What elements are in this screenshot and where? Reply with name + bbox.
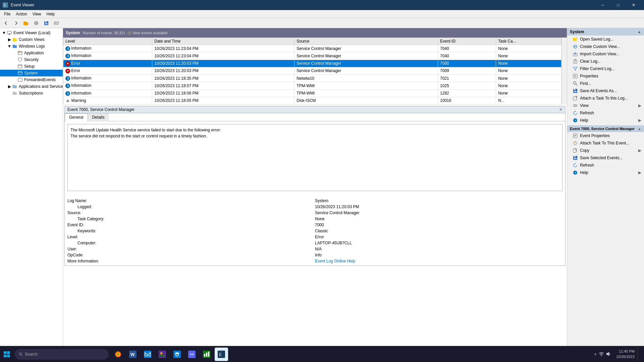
volume-icon [606,352,611,357]
table-row[interactable]: ℹ Information10/26/2023 11:18:06 PMTPM-W… [63,89,561,97]
open-saved-log-toolbar[interactable] [21,19,31,27]
sidebar-item-setup[interactable]: Setup [0,63,63,70]
col-task[interactable]: Task Ca... [496,38,561,45]
custom-views-icon [12,37,17,42]
taskbar-app-photos[interactable] [156,348,169,361]
action-copy[interactable]: Copy ▶ [567,147,644,154]
sidebar-item-system[interactable]: System [0,70,63,76]
taskbar-app-word[interactable]: W [126,348,140,361]
action-find[interactable]: Find... [567,80,644,87]
table-row[interactable]: ℹ Information10/26/2023 11:23:04 PMServi… [63,45,561,52]
save-toolbar[interactable] [42,19,51,27]
sidebar-item-subscriptions[interactable]: Subscriptions [0,90,63,97]
sidebar-item-custom-views[interactable]: ▶ Custom Views [0,36,63,43]
event-detail-panel: Event 7000, Service Control Manager ✕ Ge… [64,106,566,266]
svg-rect-75 [574,156,576,157]
tab-details[interactable]: Details [88,113,109,121]
tray-arrow[interactable]: ∧ [594,352,597,356]
action-attach-task-log[interactable]: Attach a Task To this Log... [567,95,644,102]
taskbar-app-store[interactable] [170,348,184,361]
minimize-button[interactable]: ─ [595,0,610,10]
action-refresh-system[interactable]: Refresh [567,109,644,117]
menu-file[interactable]: File [1,11,13,17]
security-icon [17,57,23,62]
maximize-button[interactable]: □ [610,0,626,10]
scrollbar[interactable] [561,38,567,105]
close-detail-icon[interactable]: ✕ [559,107,562,112]
events-table-container[interactable]: Level Date and Time Source Event ID Task… [63,38,567,105]
action-filter-current-log[interactable]: Filter Current Log... [567,65,644,72]
action-view[interactable]: View ▶ [567,102,644,109]
close-button[interactable]: ✕ [626,0,641,10]
svg-point-25 [20,52,21,52]
action-save-all-events[interactable]: Save All Events As... [567,87,644,95]
action-clear-log[interactable]: Clear Log... [567,58,644,65]
taskbar-app-mail[interactable] [141,348,154,361]
show-desktop-button[interactable] [637,348,640,361]
sidebar-item-windows-logs[interactable]: ▼ Windows Logs [0,43,63,50]
subscriptions-icon [12,90,17,96]
svg-rect-13 [7,31,11,34]
action-event-properties[interactable]: Event Properties [567,132,644,139]
svg-line-54 [576,84,578,86]
taskbar-clock[interactable]: 11:45 PM 10/26/2023 [616,349,635,359]
taskbar-right: ∧ 11:45 PM 10/26/2023 [594,348,640,361]
properties-toolbar[interactable] [52,19,61,27]
action-create-custom-view[interactable]: Create Custom View... [567,43,644,50]
action-attach-task-event[interactable]: Attach Task To This Event... [567,139,644,147]
meta-opcode-label: OpCode: [67,252,315,258]
table-row[interactable]: ✕ Error10/26/2023 11:20:03 PMService Con… [63,60,561,67]
create-view-toolbar[interactable] [32,19,41,27]
col-source[interactable]: Source [294,38,438,45]
application-icon [17,50,23,56]
sidebar-item-event-viewer-local[interactable]: ▼ Event Viewer (Local) [0,29,63,36]
action-save-selected-events[interactable]: Save Selected Events... [567,154,644,162]
sidebar-item-forwarded-events[interactable]: ForwardedEvents [0,76,63,83]
actions-section-event-header[interactable]: Event 7000, Service Control Manager ▲ [567,125,644,132]
svg-rect-76 [574,158,577,159]
forwarded-events-icon [17,77,23,82]
start-button[interactable] [0,348,13,361]
taskbar-app-firefox[interactable] [111,348,125,361]
table-row[interactable]: ⚠ Warning10/26/2023 11:18:05 PMDisk-ISCM… [63,97,561,104]
meta-source-value: Service Control Manager [315,210,562,216]
action-help-system[interactable]: ? Help ▶ [567,117,644,124]
table-row[interactable]: ℹ Information10/26/2023 11:18:07 PMTPM-W… [63,82,561,89]
action-open-saved-log[interactable]: Open Saved Log... [567,36,644,43]
svg-rect-34 [13,92,15,93]
table-row[interactable]: ℹ Information10/26/2023 11:23:04 PMServi… [63,52,561,60]
tab-general[interactable]: General [65,113,88,121]
menu-help[interactable]: Help [44,11,58,17]
taskbar-app-event-viewer[interactable]: E [215,348,228,361]
meta-logname-value: System [315,198,562,204]
taskbar-search-box[interactable]: Search [15,349,109,360]
menu-action[interactable]: Action [13,11,30,17]
sidebar-item-application[interactable]: Application [0,50,63,56]
col-datetime[interactable]: Date and Time [152,38,294,45]
import-icon [573,51,578,57]
menu-view[interactable]: View [30,11,44,17]
back-button[interactable] [1,19,11,27]
forward-button[interactable] [11,19,21,27]
svg-rect-20 [13,45,15,46]
svg-rect-28 [18,71,22,75]
svg-rect-81 [7,351,10,354]
taskbar-app-task-manager[interactable] [200,348,213,361]
actions-section-system-header[interactable]: System ▲ [567,28,644,36]
col-eventid[interactable]: Event ID [438,38,496,45]
table-row[interactable]: ℹ Information10/26/2023 11:18:35 PMNetwt… [63,75,561,82]
taskbar-app-discord[interactable] [185,348,199,361]
action-help-event[interactable]: ? Help ▶ [567,169,644,176]
sidebar-item-apps-services[interactable]: ▶ Applications and Services Log... [0,83,63,90]
apps-services-expander: ▶ [7,84,12,89]
event-log-online-help-link[interactable]: Event Log Online Help [315,259,355,263]
col-level[interactable]: Level [63,38,152,45]
svg-rect-57 [574,91,577,92]
svg-rect-44 [574,60,577,63]
sidebar-item-security[interactable]: Security [0,56,63,63]
action-refresh-event[interactable]: Refresh [567,162,644,169]
refresh-event-icon [573,163,578,168]
action-import-custom-view[interactable]: Import Custom View... [567,50,644,58]
action-properties[interactable]: Properties [567,72,644,80]
table-row[interactable]: ✕ Error10/26/2023 11:20:03 PMService Con… [63,67,561,74]
